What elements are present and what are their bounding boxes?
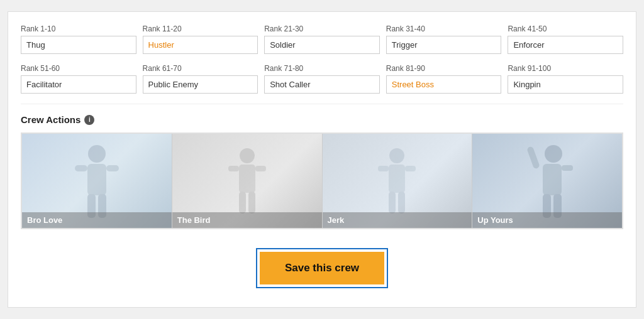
rank-row-1: Rank 1-10 Rank 11-20 Rank 21-30 Rank 31-… bbox=[21, 24, 623, 54]
rank-label-11-20: Rank 11-20 bbox=[143, 24, 258, 33]
up-yours-figure bbox=[519, 140, 575, 222]
rank-cell-71-80: Rank 71-80 bbox=[264, 64, 380, 94]
rank-cell-61-70: Rank 61-70 bbox=[143, 64, 258, 94]
bro-love-label: Bro Love bbox=[22, 212, 172, 228]
main-container: Rank 1-10 Rank 11-20 Rank 21-30 Rank 31-… bbox=[8, 11, 636, 308]
action-card-the-bird[interactable]: The Bird bbox=[172, 134, 323, 228]
svg-rect-19 bbox=[543, 164, 562, 195]
rank-cell-1-10: Rank 1-10 bbox=[21, 24, 136, 54]
rank-cell-41-50: Rank 41-50 bbox=[508, 24, 623, 54]
bro-love-figure bbox=[69, 140, 125, 222]
rank-label-41-50: Rank 41-50 bbox=[508, 24, 623, 33]
rank-label-1-10: Rank 1-10 bbox=[21, 24, 136, 33]
rank-cell-11-20: Rank 11-20 bbox=[143, 24, 258, 54]
rank-label-91-100: Rank 91-100 bbox=[508, 64, 623, 73]
jerk-label: Jerk bbox=[323, 212, 472, 228]
action-card-up-yours[interactable]: Up Yours bbox=[472, 134, 622, 228]
jerk-figure bbox=[375, 143, 419, 219]
svg-point-12 bbox=[389, 148, 404, 163]
svg-rect-2 bbox=[75, 165, 87, 171]
rank-input-81-90[interactable] bbox=[386, 75, 502, 94]
action-card-bro-love[interactable]: Bro Love bbox=[22, 134, 172, 228]
save-area: Save this crew bbox=[21, 248, 623, 288]
rank-input-11-20[interactable] bbox=[143, 36, 258, 54]
rank-row-2: Rank 51-60 Rank 61-70 Rank 71-80 Rank 81… bbox=[21, 64, 623, 94]
rank-input-31-40[interactable] bbox=[386, 36, 502, 54]
svg-rect-8 bbox=[228, 166, 239, 171]
rank-input-1-10[interactable] bbox=[21, 36, 136, 54]
crew-actions-section: Crew Actions i bbox=[21, 114, 623, 125]
the-bird-figure bbox=[225, 143, 269, 219]
svg-rect-21 bbox=[562, 165, 573, 171]
rank-label-61-70: Rank 61-70 bbox=[143, 64, 258, 73]
svg-point-0 bbox=[88, 145, 106, 163]
crew-actions-title-text: Crew Actions bbox=[21, 114, 80, 125]
rank-input-51-60[interactable] bbox=[21, 75, 136, 94]
rank-input-21-30[interactable] bbox=[264, 36, 380, 54]
rank-cell-31-40: Rank 31-40 bbox=[386, 24, 502, 54]
rank-input-71-80[interactable] bbox=[264, 75, 380, 94]
rank-cell-51-60: Rank 51-60 bbox=[21, 64, 136, 94]
divider bbox=[21, 104, 623, 104]
svg-rect-10 bbox=[239, 192, 246, 214]
rank-label-31-40: Rank 31-40 bbox=[386, 24, 502, 33]
rank-input-91-100[interactable] bbox=[508, 75, 623, 94]
svg-rect-17 bbox=[398, 192, 405, 214]
svg-rect-16 bbox=[389, 192, 396, 214]
info-icon[interactable]: i bbox=[84, 115, 94, 125]
rank-input-61-70[interactable] bbox=[143, 75, 258, 94]
svg-rect-15 bbox=[405, 166, 416, 171]
actions-grid: Bro Love The Bird bbox=[21, 132, 623, 229]
svg-rect-9 bbox=[255, 166, 266, 171]
svg-point-6 bbox=[240, 148, 255, 163]
rank-label-21-30: Rank 21-30 bbox=[264, 24, 380, 33]
the-bird-label: The Bird bbox=[172, 212, 322, 228]
rank-label-71-80: Rank 71-80 bbox=[264, 64, 380, 73]
svg-point-18 bbox=[545, 145, 562, 163]
svg-rect-13 bbox=[389, 165, 405, 193]
svg-rect-7 bbox=[239, 165, 255, 193]
rank-label-81-90: Rank 81-90 bbox=[386, 64, 502, 73]
svg-rect-11 bbox=[248, 192, 255, 214]
rank-cell-81-90: Rank 81-90 bbox=[386, 64, 502, 94]
save-button-wrapper: Save this crew bbox=[256, 248, 388, 288]
rank-cell-91-100: Rank 91-100 bbox=[508, 64, 623, 94]
save-crew-button[interactable]: Save this crew bbox=[260, 252, 384, 284]
rank-label-51-60: Rank 51-60 bbox=[21, 64, 136, 73]
action-card-jerk[interactable]: Jerk bbox=[323, 134, 473, 228]
svg-rect-3 bbox=[106, 165, 119, 171]
rank-cell-21-30: Rank 21-30 bbox=[264, 24, 380, 54]
rank-input-41-50[interactable] bbox=[508, 36, 623, 54]
svg-rect-20 bbox=[526, 146, 540, 169]
svg-rect-14 bbox=[378, 166, 389, 171]
up-yours-label: Up Yours bbox=[472, 212, 622, 228]
svg-rect-1 bbox=[87, 164, 106, 195]
